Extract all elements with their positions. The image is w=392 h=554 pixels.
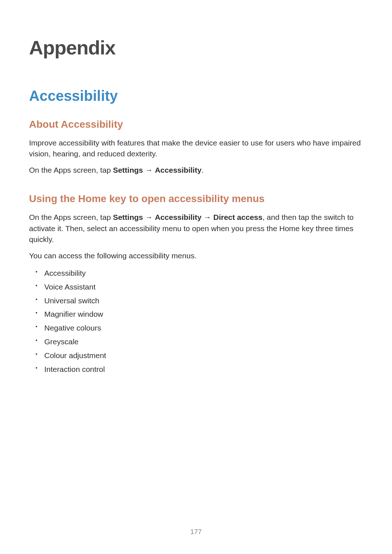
- list-item: Greyscale: [36, 335, 363, 349]
- arrow-separator: →: [201, 213, 213, 221]
- text-fragment: .: [201, 166, 204, 174]
- page-container: Appendix Accessibility About Accessibili…: [0, 0, 392, 415]
- subsection-title-home-key: Using the Home key to open accessibility…: [29, 193, 363, 205]
- bold-direct-access: Direct access: [213, 213, 262, 221]
- bold-settings: Settings: [113, 213, 143, 221]
- accessibility-menu-list: Accessibility Voice Assistant Universal …: [29, 266, 363, 376]
- subsection-about-accessibility: About Accessibility Improve accessibilit…: [29, 119, 363, 176]
- subsection-home-key: Using the Home key to open accessibility…: [29, 193, 363, 376]
- page-number: 177: [0, 528, 392, 536]
- list-item: Universal switch: [36, 294, 363, 308]
- list-item: Negative colours: [36, 321, 363, 335]
- body-paragraph: On the Apps screen, tap Settings → Acces…: [29, 165, 363, 176]
- body-paragraph: You can access the following accessibili…: [29, 250, 363, 261]
- body-paragraph: On the Apps screen, tap Settings → Acces…: [29, 212, 363, 245]
- list-item: Voice Assistant: [36, 280, 363, 294]
- list-item: Colour adjustment: [36, 349, 363, 362]
- subsection-title-about: About Accessibility: [29, 119, 363, 130]
- chapter-title: Appendix: [29, 36, 363, 59]
- text-fragment: On the Apps screen, tap: [29, 213, 113, 221]
- arrow-separator: →: [143, 166, 155, 174]
- text-fragment: On the Apps screen, tap: [29, 166, 113, 174]
- list-item: Accessibility: [36, 266, 363, 280]
- section-title: Accessibility: [29, 88, 363, 104]
- list-item: Interaction control: [36, 362, 363, 376]
- bold-accessibility: Accessibility: [155, 166, 201, 174]
- body-paragraph: Improve accessibility with features that…: [29, 138, 363, 160]
- arrow-separator: →: [143, 213, 155, 221]
- bold-accessibility: Accessibility: [155, 213, 201, 221]
- list-item: Magnifier window: [36, 307, 363, 321]
- bold-settings: Settings: [113, 166, 143, 174]
